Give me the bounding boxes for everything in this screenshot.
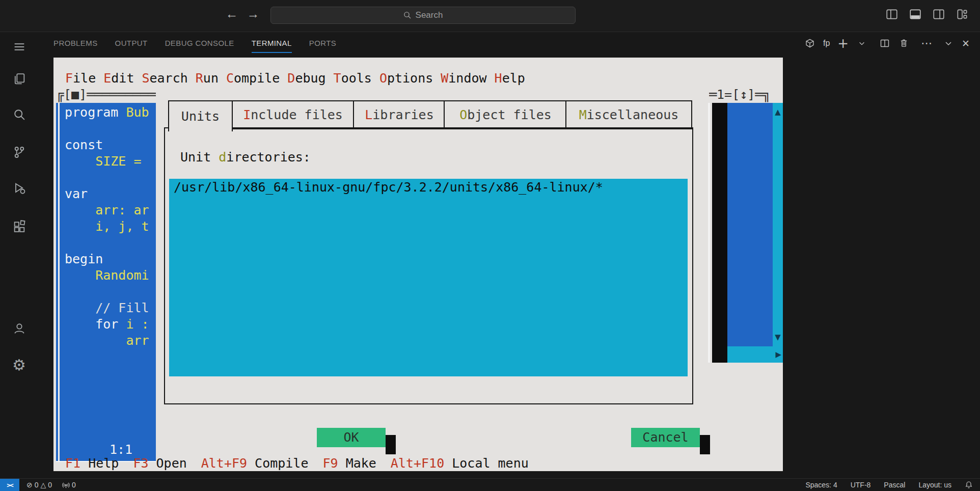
titlebar: ← → Search <box>0 0 980 32</box>
explorer-icon[interactable] <box>0 67 38 91</box>
fp-menubar: FileEditSearchRunCompileDebugToolsOption… <box>58 70 525 87</box>
dialog-tab-libraries[interactable]: Libraries <box>353 100 446 129</box>
fp-menu-run[interactable]: Run <box>196 71 219 86</box>
code-line: const <box>65 137 149 153</box>
dialog-tab-object-files[interactable]: Object files <box>444 100 567 129</box>
code-line: arr <box>65 333 149 349</box>
toggle-sidebar-icon[interactable] <box>885 8 899 21</box>
launch-profile-chevron-icon[interactable] <box>856 38 867 49</box>
status-layout-us[interactable]: Layout: us <box>918 481 951 489</box>
code-line: arr: ar <box>65 202 149 219</box>
customize-layout-icon[interactable] <box>956 8 969 21</box>
unit-directories-value[interactable]: /usr/lib/x86_64-linux-gnu/fpc/3.2.2/unit… <box>174 179 603 196</box>
code-line <box>65 121 149 137</box>
back-icon[interactable]: ← <box>223 6 240 21</box>
fp-menu-search[interactable]: Search <box>142 71 187 86</box>
editor-code: program Bub const SIZE = var arr: ar i, … <box>65 104 149 349</box>
menu-icon[interactable] <box>0 35 38 59</box>
code-line <box>65 170 149 186</box>
tab-ports[interactable]: PORTS <box>309 32 336 54</box>
fp-menu-edit[interactable]: Edit <box>103 71 134 86</box>
status-utf-8[interactable]: UTF-8 <box>851 481 871 489</box>
toggle-panel-icon[interactable] <box>909 8 922 21</box>
notifications-bell-icon[interactable] <box>965 481 973 489</box>
tab-debug-console[interactable]: DEBUG CONSOLE <box>165 32 234 54</box>
tab-output[interactable]: OUTPUT <box>115 32 148 54</box>
fp-menu-help[interactable]: Help <box>495 71 525 86</box>
ports-indicator[interactable]: 0 <box>62 481 76 489</box>
editor-horizontal-scrollbar[interactable]: ▶ <box>727 346 783 363</box>
fp-menu-window[interactable]: Window <box>441 71 486 86</box>
status-spaces-4[interactable]: Spaces: 4 <box>805 481 837 489</box>
dialog-right-border <box>708 103 710 363</box>
problems-indicator[interactable]: ⊘ 0 △ 0 <box>26 481 52 489</box>
panel-tabs: PROBLEMSOUTPUTDEBUG CONSOLETERMINALPORTS <box>53 32 336 54</box>
ports-count: 0 <box>72 481 76 489</box>
scroll-down-icon[interactable]: ▼ <box>773 329 783 345</box>
radio-tower-icon <box>62 481 70 489</box>
warnings-count: 0 <box>48 481 52 489</box>
fp-menu-compile[interactable]: Compile <box>226 71 280 86</box>
scroll-up-icon[interactable]: ▲ <box>773 104 783 120</box>
fkey-f1[interactable]: F1 Help <box>65 456 119 471</box>
code-line: begin <box>65 251 149 267</box>
new-terminal-icon[interactable]: + <box>837 38 849 48</box>
cancel-button[interactable]: Cancel <box>631 428 700 447</box>
fp-menu-tools[interactable]: Tools <box>334 71 372 86</box>
hide-panel-chevron-icon[interactable] <box>943 38 954 49</box>
fp-menu-file[interactable]: File <box>65 71 96 86</box>
search-placeholder: Search <box>416 10 443 20</box>
search-sidebar-icon[interactable] <box>0 102 38 127</box>
activity-bar: ⚙ <box>0 32 38 479</box>
errors-count: 0 <box>35 481 39 489</box>
settings-gear-icon[interactable]: ⚙ <box>0 353 38 377</box>
editor-window[interactable]: program Bub const SIZE = var arr: ar i, … <box>56 103 156 462</box>
search-icon <box>403 11 412 19</box>
unit-directories-list[interactable]: /usr/lib/x86_64-linux-gnu/fpc/3.2.2/unit… <box>169 179 688 376</box>
code-line <box>65 284 149 300</box>
editor-window-frame-top[interactable]: ╔[■]══════════════ <box>56 87 156 103</box>
fkey-f9[interactable]: F9 Make <box>322 456 376 471</box>
source-control-icon[interactable] <box>0 140 38 165</box>
code-line: var <box>65 186 149 202</box>
dialog-tab-miscellaneous[interactable]: Miscellaneous <box>565 100 692 129</box>
warning-icon: △ <box>41 481 46 489</box>
dialog-tab-include-files[interactable]: Include files <box>231 100 355 129</box>
fkey-alt-f9[interactable]: Alt+F9 Compile <box>201 456 309 471</box>
terminal-profile-label[interactable]: fp <box>823 39 830 48</box>
split-terminal-icon[interactable] <box>879 38 890 49</box>
unit-directories-label: Unit directories: <box>180 149 311 166</box>
editor-vertical-scrollbar[interactable]: ▲ ▼ <box>773 103 783 346</box>
editor-window-indicator[interactable]: ═1=[↕]═╗ <box>709 87 783 103</box>
code-line: Randomi <box>65 267 149 284</box>
code-line: program Bub <box>65 104 149 121</box>
close-panel-icon[interactable]: ✕ <box>962 38 970 48</box>
extensions-icon[interactable] <box>0 214 38 239</box>
dialog-shadow <box>712 103 727 363</box>
remote-indicator[interactable]: >< <box>0 479 19 491</box>
account-icon[interactable] <box>0 316 38 341</box>
more-actions-icon[interactable]: ⋯ <box>921 38 932 48</box>
ok-button[interactable]: OK <box>317 428 386 447</box>
forward-icon[interactable]: → <box>244 6 262 21</box>
command-center-search[interactable]: Search <box>270 7 576 24</box>
fkey-alt-f10[interactable]: Alt+F10 Local menu <box>391 456 529 471</box>
terminal-fp-ide: FileEditSearchRunCompileDebugToolsOption… <box>53 58 783 471</box>
code-line <box>65 235 149 251</box>
fkey-f3[interactable]: F3 Open <box>133 456 186 471</box>
fp-menu-debug[interactable]: Debug <box>287 71 325 86</box>
fp-menu-options[interactable]: Options <box>379 71 433 86</box>
panel-actions: fp + ⋯ ✕ <box>804 32 970 54</box>
editor-window-right <box>727 103 773 346</box>
status-pascal[interactable]: Pascal <box>884 481 905 489</box>
code-line: i, j, t <box>65 219 149 235</box>
tab-terminal[interactable]: TERMINAL <box>252 32 292 54</box>
tab-problems[interactable]: PROBLEMS <box>53 32 98 54</box>
run-debug-icon[interactable] <box>0 176 38 201</box>
kill-terminal-icon[interactable] <box>898 38 909 49</box>
dialog-tab-units[interactable]: Units <box>168 100 233 131</box>
scroll-right-icon[interactable]: ▶ <box>775 346 781 363</box>
code-line: // Fill <box>65 300 149 316</box>
status-bar: >< ⊘ 0 △ 0 0 Spaces: 4UTF-8PascalLayout: <box>0 478 980 491</box>
toggle-secondary-sidebar-icon[interactable] <box>932 8 945 21</box>
